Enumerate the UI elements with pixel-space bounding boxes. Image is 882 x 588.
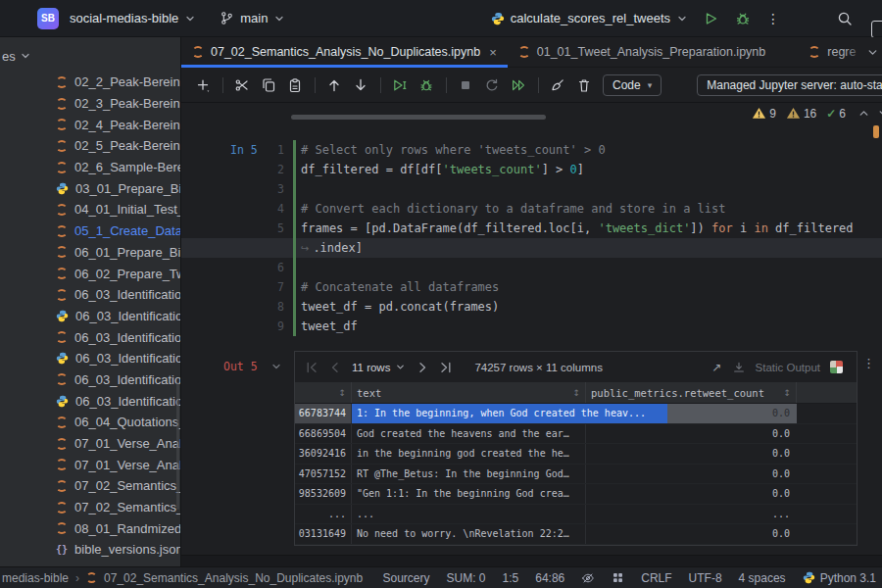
tab-semantics-notebook[interactable]: 07_02_Semantics_Analysis_No_Duplicates.i…	[181, 37, 508, 67]
inspections-ok-indicator[interactable]: ✓ 6	[826, 107, 846, 121]
restart-kernel-icon[interactable]	[484, 77, 500, 93]
debug-button[interactable]	[735, 11, 751, 26]
expand-output-icon[interactable]: ↗	[711, 361, 721, 374]
code-line[interactable]: In 51# Select only rows where 'tweets_co…	[181, 140, 882, 160]
close-tab-icon[interactable]: ×	[489, 45, 497, 60]
debug-cell-icon[interactable]	[418, 77, 434, 93]
search-icon[interactable]	[837, 11, 853, 26]
run-all-cells-icon[interactable]	[511, 77, 526, 93]
table-row[interactable]: 667837441: In the beginning, when God cr…	[295, 404, 857, 424]
column-header-index[interactable]: ↕	[295, 382, 352, 403]
breadcrumb-file[interactable]: 07_02_Semantics_Analysis_No_Duplicates.i…	[104, 571, 363, 585]
copy-cell-icon[interactable]	[261, 77, 276, 93]
tree-item[interactable]: 07_02_Semantics_Analysis.i	[0, 475, 180, 497]
code-line[interactable]: 3	[181, 179, 882, 199]
code-line[interactable]: 8tweet_df = pd.concat(frames)	[181, 297, 882, 317]
tab-tweet-analysis-notebook[interactable]: 01_01_Tweet_Analysis_Preparation.ipynb	[508, 37, 777, 67]
next-problem-chevron[interactable]	[877, 107, 882, 120]
code-cell[interactable]: In 51# Select only rows where 'tweets_co…	[181, 140, 882, 336]
tree-item[interactable]: 06_03_Identification_Quotat	[0, 369, 180, 391]
code-line[interactable]: 9tweet_df	[181, 317, 882, 336]
tree-item[interactable]: 02_5_Peak-Bereinigung - Pe	[0, 135, 180, 157]
status-item-sum-0[interactable]: SUM: 0	[447, 571, 486, 585]
branch-selector[interactable]: main	[220, 11, 285, 25]
page-size-selector[interactable]: 11 rows	[352, 362, 406, 373]
status-item-utf-8[interactable]: UTF-8	[689, 571, 722, 585]
next-page-button[interactable]	[416, 361, 429, 374]
more-actions-kebab[interactable]: ⋮	[766, 11, 780, 26]
status-item-python[interactable]: Python 3.1	[803, 571, 876, 585]
tree-item[interactable]: {}bible_versions.json	[0, 539, 180, 561]
breadcrumb-project[interactable]: medias-bible	[2, 571, 69, 585]
tree-item[interactable]: 08_01_Randmized_Sample_	[0, 517, 180, 539]
error-stripe-marker[interactable]	[873, 125, 879, 138]
move-cell-down-icon[interactable]	[353, 77, 368, 93]
tree-item[interactable]: 06_03_Identification_Quotat	[0, 348, 180, 369]
table-row[interactable]: 36092416in the beginning god created the…	[295, 444, 857, 465]
weak-warnings-indicator[interactable]: 16	[786, 106, 816, 121]
last-page-button[interactable]	[439, 361, 453, 374]
delete-cell-icon[interactable]	[576, 77, 592, 93]
notebook-h-scrollbar[interactable]	[291, 115, 546, 120]
tree-item[interactable]: 06_04_Quotations_Analysis	[0, 412, 180, 433]
editor-bottom-scrollbar[interactable]	[181, 555, 882, 566]
output-options-kebab[interactable]: ⋮	[862, 356, 875, 370]
column-header-text[interactable]: text ↕	[352, 382, 586, 403]
tree-item[interactable]: 04_01_Initial_Test_Organiza	[0, 199, 180, 220]
project-selector[interactable]: social-medias-bible	[70, 11, 196, 25]
status-item-crlf[interactable]: CRLF	[641, 571, 671, 585]
table-row[interactable]: 66869504God created the heavens and the …	[295, 424, 857, 445]
status-item-64-86[interactable]: 64:86	[535, 571, 564, 585]
run-cell-icon[interactable]	[392, 77, 408, 93]
clear-outputs-icon[interactable]	[550, 77, 565, 93]
status-item-4-spaces[interactable]: 4 spaces	[739, 571, 786, 585]
tree-item[interactable]: 03_01_Prepare_Bible_Versio	[0, 177, 180, 199]
run-button[interactable]	[704, 11, 719, 26]
tree-item[interactable]: 05_1_Create_DataFrames.ip	[0, 220, 180, 242]
warnings-indicator[interactable]: 9	[752, 106, 776, 121]
settings-icon[interactable]	[871, 21, 882, 38]
tree-item[interactable]: 07_01_Verse_Analysis_No_D	[0, 454, 180, 475]
jupyter-server-select[interactable]: Managed Jupyter server: auto-start ▾	[697, 74, 882, 96]
status-item-sourcery[interactable]: Sourcery	[382, 571, 429, 585]
tree-root-node[interactable]: es	[2, 44, 180, 68]
sciview-icon[interactable]	[830, 361, 843, 373]
download-icon[interactable]	[732, 361, 746, 374]
cut-cell-icon[interactable]	[234, 77, 250, 93]
table-row[interactable]: 03131649No need to worry. \nRevelation 2…	[295, 524, 857, 545]
code-line[interactable]: 5frames = [pd.DataFrame(df_filtered.loc[…	[181, 219, 882, 238]
code-line[interactable]: 4# Convert each dictionary to a datafram…	[181, 199, 882, 219]
table-row[interactable]: 47057152RT @The_Betus: In the beginning …	[295, 465, 857, 485]
collapse-output-chevron[interactable]	[270, 361, 282, 372]
code-line[interactable]: 7# Concatenate all dataframes	[181, 277, 882, 297]
move-cell-up-icon[interactable]	[326, 77, 342, 93]
tree-item[interactable]: 06_01_Prepare_Bible_Versio	[0, 242, 180, 264]
tab-regression-notebook[interactable]: regre	[798, 37, 866, 67]
sidebar-scrollbar[interactable]	[176, 382, 179, 510]
table-row[interactable]: 98532609"Gen 1:1: In the beginning God c…	[295, 484, 857, 505]
run-config-selector[interactable]: calculate_scores_rel_tweets	[491, 11, 688, 25]
tree-item[interactable]: 07_02_Semantics_Analysis_	[0, 497, 180, 518]
code-line[interactable]: 2df_filtered = df[df['tweets_count'] > 0…	[181, 160, 882, 179]
code-line[interactable]: 6	[181, 258, 882, 277]
tree-item[interactable]: 06_02_Prepare_Twitter_Dat	[0, 263, 180, 284]
stop-kernel-icon[interactable]	[458, 77, 473, 93]
tree-item[interactable]: 06_03_Identification_Quotat	[0, 390, 180, 412]
add-cell-button[interactable]	[195, 77, 211, 93]
status-item-eye-off[interactable]	[581, 571, 595, 585]
static-output-toggle[interactable]: Static Output	[756, 362, 820, 373]
status-item-grid[interactable]	[612, 571, 624, 584]
code-line[interactable]: ↪.index]	[181, 238, 882, 258]
tree-item[interactable]: 02_2_Peak-Bereinigung - Pe	[0, 72, 180, 93]
project-logo[interactable]: SB	[37, 8, 59, 29]
first-page-button[interactable]	[305, 361, 318, 374]
prev-page-button[interactable]	[328, 361, 342, 374]
cell-type-select[interactable]: Code ▾	[603, 74, 662, 96]
selected-cell[interactable]: 1: In the beginning, when God created th…	[352, 404, 667, 423]
tree-item[interactable]: 06_03_Identification_Quota	[0, 306, 180, 327]
status-item-1-5[interactable]: 1:5	[503, 571, 519, 585]
tree-item[interactable]: 02_6_Sample-Bereinigung.ip	[0, 157, 180, 178]
tree-item[interactable]: 06_03_Identification_Quotat	[0, 326, 180, 348]
tree-item[interactable]: 06_03_Identification_Quotat	[0, 284, 180, 306]
column-header-retweet-count[interactable]: public_metrics.retweet_count ↕	[586, 382, 797, 403]
